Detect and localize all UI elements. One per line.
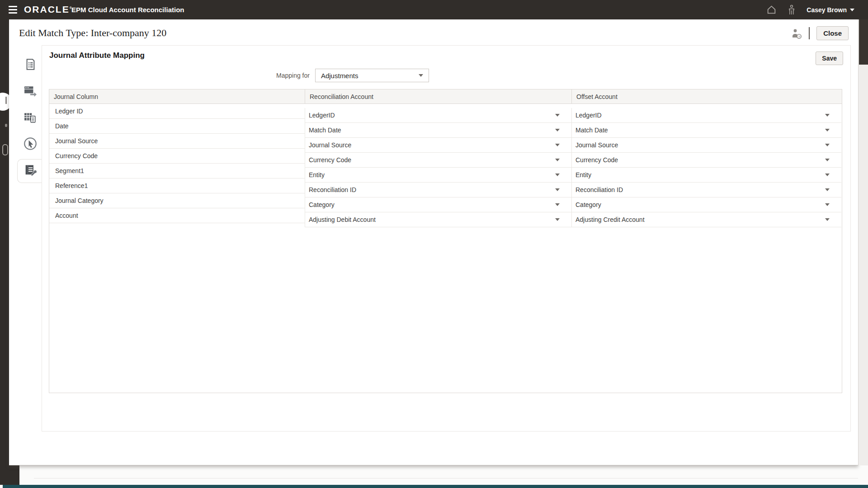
menu-icon[interactable] (9, 6, 17, 14)
offset-account-select[interactable]: Category (572, 197, 841, 212)
journal-column-cell: Journal Category (49, 193, 305, 208)
journal-column-cells: Ledger IDDateJournal SourceCurrency Code… (49, 104, 305, 223)
cell-label: Reconciliation ID (309, 186, 356, 193)
offset-account-select[interactable]: Entity (572, 168, 841, 183)
cell-label: Currency Code (309, 156, 351, 164)
cell-label: Currency Code (55, 152, 98, 160)
chevron-down-icon (825, 114, 830, 117)
offset-account-select[interactable]: Match Date (572, 123, 841, 138)
journal-column-cell: Date (49, 119, 305, 134)
cell-label: Reconciliation ID (576, 186, 623, 193)
user-name: Casey Brown (807, 6, 847, 14)
chevron-down-icon (825, 203, 830, 206)
table-body: Ledger IDDateJournal SourceCurrency Code… (49, 104, 842, 393)
reconciliation-account-cells: LedgerIDMatch DateJournal SourceCurrency… (305, 108, 571, 227)
close-button[interactable]: Close (816, 26, 849, 40)
mapping-for-select[interactable]: Adjustments (315, 69, 429, 82)
chevron-down-icon (825, 144, 830, 146)
sidebar-tab-export[interactable] (21, 82, 39, 100)
reconciliation-account-select[interactable]: Match Date (305, 123, 571, 138)
column-header-reconciliation-account: Reconciliation Account (305, 89, 572, 103)
journal-edit-icon (24, 164, 37, 177)
cell-label: Category (576, 201, 601, 208)
journal-column-cell: Segment1 (49, 164, 305, 178)
top-navigation-bar: ORACLE® EPM Cloud Account Reconciliation… (0, 0, 868, 19)
underlying-left-sidebar (0, 19, 9, 465)
chevron-down-icon (555, 218, 560, 221)
underlying-fragment (5, 124, 7, 127)
reconciliation-account-select[interactable]: Category (305, 197, 571, 212)
cell-label: Journal Source (309, 141, 351, 149)
journal-mapping-table: Journal Column Reconciliation Account Of… (49, 89, 842, 393)
window-export-icon (24, 85, 37, 97)
cell-label: Category (309, 201, 335, 208)
offset-account-select[interactable]: Reconciliation ID (572, 183, 841, 197)
panel-heading: Journal Attribute Mapping (49, 51, 145, 60)
offset-account-select[interactable]: Adjusting Credit Account (572, 212, 841, 227)
save-button[interactable]: Save (816, 52, 843, 65)
column-header-offset-account: Offset Account (572, 89, 842, 103)
chevron-down-icon (555, 188, 560, 191)
cell-label: Journal Category (55, 197, 104, 204)
chevron-down-icon (825, 159, 830, 161)
cell-label: Entity (576, 171, 591, 178)
topbar-right-tools: Casey Brown (766, 0, 854, 19)
journal-column-cell: Currency Code (49, 149, 305, 164)
chevron-down-icon (555, 174, 560, 176)
reconciliation-account-select[interactable]: LedgerID (305, 108, 571, 123)
offset-account-select[interactable]: LedgerID (572, 108, 841, 123)
user-assistance-icon[interactable]: ? (792, 28, 802, 39)
reconciliation-account-select[interactable]: Reconciliation ID (305, 183, 571, 197)
pointer-circle-icon (24, 137, 37, 150)
cell-label: Journal Source (576, 141, 618, 149)
reconciliation-account-select[interactable]: Adjusting Debit Account (305, 212, 571, 227)
sidebar-tab-properties[interactable] (21, 55, 39, 73)
chevron-down-icon (555, 114, 560, 117)
mapping-for-label: Mapping for (276, 72, 310, 79)
reconciliation-account-select[interactable]: Entity (305, 168, 571, 183)
journal-attribute-mapping-panel: Journal Attribute Mapping Save Mapping f… (42, 45, 851, 432)
vertical-scrollbar-track[interactable] (858, 19, 868, 465)
cell-label: Account (55, 212, 78, 219)
column-header-journal-column: Journal Column (49, 89, 305, 103)
journal-column-cell: Journal Source (49, 134, 305, 149)
svg-text:?: ? (798, 34, 800, 38)
table-clipboard-icon (24, 111, 37, 124)
underlying-page-bottom (0, 465, 868, 488)
cell-label: Match Date (309, 127, 341, 134)
chevron-down-icon (555, 129, 560, 131)
journal-column-cell: Reference1 (49, 178, 305, 193)
cell-label: LedgerID (309, 112, 335, 119)
underlying-pill-fragment (2, 144, 8, 155)
reconciliation-account-select[interactable]: Currency Code (305, 153, 571, 168)
divider (34, 478, 858, 479)
sidebar-tab-journal-mapping[interactable] (21, 161, 39, 179)
sidebar-tab-auto-match[interactable] (21, 135, 39, 153)
table-header-row: Journal Column Reconciliation Account Of… (49, 89, 842, 104)
sidebar-tab-data-sources[interactable] (21, 108, 39, 127)
chevron-down-icon (825, 174, 830, 176)
cell-label: Segment1 (55, 167, 84, 174)
oracle-logo: ORACLE® (24, 4, 72, 15)
chevron-down-icon (555, 159, 560, 161)
home-icon[interactable] (766, 5, 777, 15)
app-title: EPM Cloud Account Reconciliation (71, 6, 184, 14)
chevron-down-icon (825, 188, 830, 191)
academy-icon[interactable] (788, 5, 796, 15)
chevron-down-icon (555, 203, 560, 206)
offset-account-select[interactable]: Currency Code (572, 153, 841, 168)
dialog-actions: ? Close (792, 26, 849, 40)
chevron-down-icon (555, 144, 560, 146)
vertical-scrollbar-thumb[interactable] (859, 19, 868, 65)
offset-account-select[interactable]: Journal Source (572, 138, 841, 153)
journal-column-cell: Account (49, 208, 305, 223)
user-menu[interactable]: Casey Brown (807, 6, 854, 14)
chevron-down-icon (419, 74, 423, 77)
user-dropdown-arrow (850, 9, 854, 11)
cell-label: LedgerID (576, 112, 602, 119)
cell-label: Entity (309, 171, 325, 178)
page-title: Edit Match Type: Inter-company 120 (19, 27, 166, 39)
underlying-left-sidebar-bottom (0, 465, 19, 485)
reconciliation-account-select[interactable]: Journal Source (305, 138, 571, 153)
chevron-down-icon (825, 218, 830, 221)
